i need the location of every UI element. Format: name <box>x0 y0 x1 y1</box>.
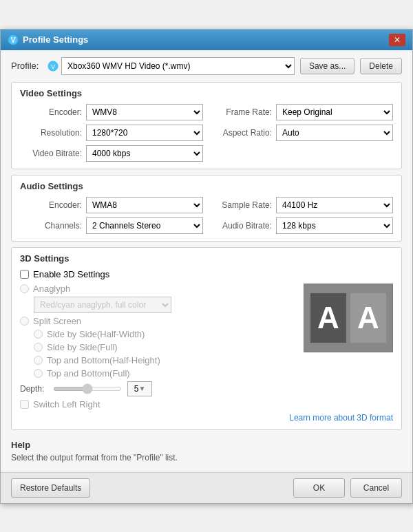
depth-value: 5 ▼ <box>127 381 152 396</box>
video-settings-title: Video Settings <box>20 88 393 98</box>
frame-rate-select[interactable]: Keep Original <box>276 104 393 120</box>
switch-row: Switch Left Right <box>20 399 297 409</box>
delete-button[interactable]: Delete <box>360 58 402 74</box>
channels-label: Channels: <box>20 221 82 231</box>
video-bitrate-label: Video Bitrate: <box>20 149 82 158</box>
bottom-right-buttons: OK Cancel <box>293 478 402 498</box>
anaglyph-radio[interactable] <box>20 284 29 293</box>
save-as-button[interactable]: Save as... <box>300 58 354 74</box>
switch-lr-label[interactable]: Switch Left Right <box>33 399 100 409</box>
title-bar-left: V Profile Settings <box>8 34 88 45</box>
split-screen-radio[interactable] <box>20 317 29 326</box>
svg-text:V: V <box>11 36 16 44</box>
encoder-label: Encoder: <box>20 107 82 117</box>
enable-3d-row: Enable 3D Settings <box>20 269 393 279</box>
help-text: Select the output format from the "Profi… <box>11 453 402 462</box>
3d-preview: A A <box>304 284 393 352</box>
app-icon: V <box>8 34 19 45</box>
encoder-row: Encoder: WMV8 <box>20 104 203 120</box>
slider-wrap <box>53 387 122 391</box>
anaglyph-select-row: Red/cyan anaglyph, full color <box>20 297 297 313</box>
aspect-ratio-label: Aspect Ratio: <box>210 128 272 138</box>
tab-full-radio[interactable] <box>34 369 43 378</box>
anaglyph-type-select[interactable]: Red/cyan anaglyph, full color <box>34 297 171 313</box>
encoder-select[interactable]: WMV8 <box>86 104 203 120</box>
profile-label: Profile: <box>11 61 42 71</box>
split-screen-label[interactable]: Split Screen <box>33 316 81 326</box>
dialog-body: Profile: V Xbox360 WMV HD Video (*.wmv) … <box>1 50 412 472</box>
audio-encoder-select[interactable]: WMA8 <box>86 197 203 213</box>
learn-more-row: Learn more about 3D format <box>20 412 393 423</box>
sbs-half-label[interactable]: Side by Side(Half-Width) <box>47 329 145 339</box>
video-bitrate-row: Video Bitrate: 4000 kbps <box>20 145 203 162</box>
svg-text:V: V <box>51 63 55 70</box>
3d-settings-title: 3D Settings <box>20 253 393 264</box>
audio-settings-grid: Encoder: WMA8 Sample Rate: 44100 Hz Chan… <box>20 197 393 234</box>
tab-half-radio[interactable] <box>34 356 43 365</box>
profile-row: Profile: V Xbox360 WMV HD Video (*.wmv) … <box>11 57 402 75</box>
preview-letter-a1: A <box>310 293 346 343</box>
tab-half-row: Top and Bottom(Half-Height) <box>20 355 297 365</box>
tab-full-row: Top and Bottom(Full) <box>20 368 297 379</box>
close-button[interactable]: ✕ <box>389 34 405 46</box>
3d-settings-section: 3D Settings Enable 3D Settings Anaglyph … <box>11 247 402 430</box>
audio-bitrate-row: Audio Bitrate: 128 kbps <box>210 217 393 234</box>
aspect-ratio-select[interactable]: Auto <box>276 125 393 141</box>
channels-select[interactable]: 2 Channels Stereo <box>86 217 203 234</box>
audio-settings-title: Audio Settings <box>20 181 393 191</box>
learn-more-link[interactable]: Learn more about 3D format <box>289 413 393 423</box>
enable-3d-label[interactable]: Enable 3D Settings <box>33 269 109 279</box>
audio-encoder-row: Encoder: WMA8 <box>20 197 203 213</box>
audio-encoder-label: Encoder: <box>20 200 82 210</box>
3d-left: Anaglyph Red/cyan anaglyph, full color S… <box>20 284 297 409</box>
video-settings-section: Video Settings Encoder: WMV8 Frame Rate:… <box>11 82 402 169</box>
audio-settings-section: Audio Settings Encoder: WMA8 Sample Rate… <box>11 175 402 242</box>
resolution-label: Resolution: <box>20 128 82 138</box>
sbs-half-radio[interactable] <box>34 330 43 339</box>
anaglyph-label[interactable]: Anaglyph <box>33 284 70 294</box>
frame-rate-row: Frame Rate: Keep Original <box>210 104 393 120</box>
video-bitrate-select[interactable]: 4000 kbps <box>86 145 203 162</box>
tab-full-label[interactable]: Top and Bottom(Full) <box>47 368 130 379</box>
help-title: Help <box>11 440 402 450</box>
sbs-full-row: Side by Side(Full) <box>20 342 297 352</box>
preview-letter-a2: A <box>350 293 386 343</box>
dialog-title: Profile Settings <box>23 34 88 45</box>
title-bar: V Profile Settings ✕ <box>1 30 412 50</box>
enable-3d-checkbox[interactable] <box>20 270 29 279</box>
sample-rate-label: Sample Rate: <box>210 200 272 210</box>
resolution-select[interactable]: 1280*720 <box>86 125 203 141</box>
frame-rate-label: Frame Rate: <box>210 107 272 117</box>
audio-bitrate-label: Audio Bitrate: <box>210 221 272 231</box>
video-settings-grid: Encoder: WMV8 Frame Rate: Keep Original … <box>20 104 393 162</box>
profile-select-wrap: V Xbox360 WMV HD Video (*.wmv) <box>47 57 295 75</box>
sbs-full-label[interactable]: Side by Side(Full) <box>47 342 118 352</box>
split-screen-row: Split Screen <box>20 316 297 326</box>
channels-row: Channels: 2 Channels Stereo <box>20 217 203 234</box>
cancel-button[interactable]: Cancel <box>350 478 402 498</box>
depth-row: Depth: 5 ▼ <box>20 381 297 396</box>
profile-select[interactable]: Xbox360 WMV HD Video (*.wmv) <box>61 57 295 75</box>
depth-label: Depth: <box>20 384 47 394</box>
ok-button[interactable]: OK <box>293 478 345 498</box>
help-section: Help Select the output format from the "… <box>11 436 402 465</box>
sbs-full-radio[interactable] <box>34 343 43 352</box>
profile-settings-dialog: V Profile Settings ✕ Profile: V Xbox360 … <box>0 29 413 504</box>
depth-slider[interactable] <box>53 387 122 391</box>
aspect-ratio-row: Aspect Ratio: Auto <box>210 125 393 141</box>
sample-rate-select[interactable]: 44100 Hz <box>276 197 393 213</box>
bottom-bar: Restore Defaults OK Cancel <box>1 472 412 503</box>
profile-icon: V <box>47 61 59 72</box>
resolution-row: Resolution: 1280*720 <box>20 125 203 141</box>
sbs-half-row: Side by Side(Half-Width) <box>20 329 297 339</box>
anaglyph-row: Anaglyph <box>20 284 297 294</box>
3d-content: Anaglyph Red/cyan anaglyph, full color S… <box>20 284 393 409</box>
audio-bitrate-select[interactable]: 128 kbps <box>276 217 393 234</box>
tab-half-label[interactable]: Top and Bottom(Half-Height) <box>47 355 160 365</box>
sample-rate-row: Sample Rate: 44100 Hz <box>210 197 393 213</box>
switch-lr-checkbox[interactable] <box>20 400 29 409</box>
restore-defaults-button[interactable]: Restore Defaults <box>11 478 90 498</box>
